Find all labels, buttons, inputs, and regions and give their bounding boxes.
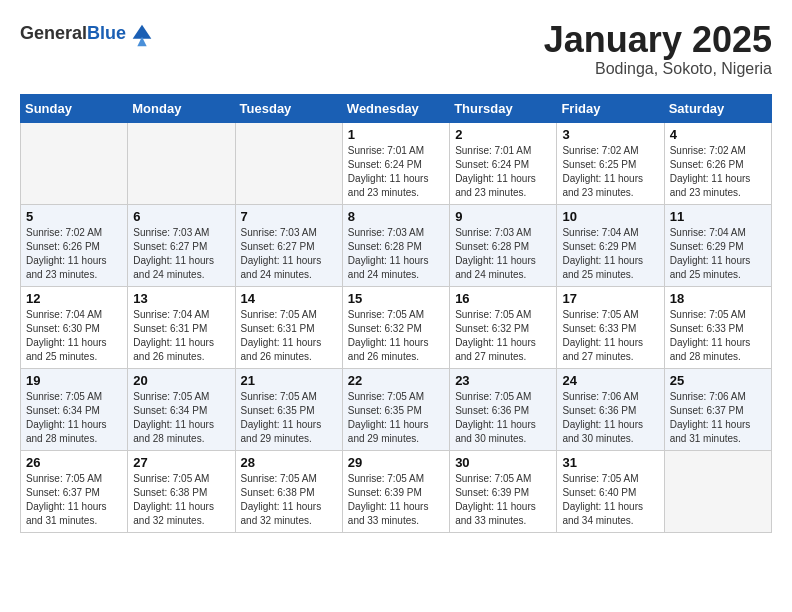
day-number: 17 bbox=[562, 291, 658, 306]
day-info: Sunrise: 7:04 AM Sunset: 6:29 PM Dayligh… bbox=[562, 226, 658, 282]
calendar-day-cell: 12Sunrise: 7:04 AM Sunset: 6:30 PM Dayli… bbox=[21, 286, 128, 368]
day-info: Sunrise: 7:03 AM Sunset: 6:27 PM Dayligh… bbox=[241, 226, 337, 282]
day-number: 18 bbox=[670, 291, 766, 306]
calendar-day-cell bbox=[128, 122, 235, 204]
calendar-day-cell bbox=[235, 122, 342, 204]
day-number: 28 bbox=[241, 455, 337, 470]
day-info: Sunrise: 7:05 AM Sunset: 6:34 PM Dayligh… bbox=[133, 390, 229, 446]
calendar-day-cell: 4Sunrise: 7:02 AM Sunset: 6:26 PM Daylig… bbox=[664, 122, 771, 204]
calendar-day-cell: 26Sunrise: 7:05 AM Sunset: 6:37 PM Dayli… bbox=[21, 450, 128, 532]
calendar-day-cell: 29Sunrise: 7:05 AM Sunset: 6:39 PM Dayli… bbox=[342, 450, 449, 532]
day-info: Sunrise: 7:01 AM Sunset: 6:24 PM Dayligh… bbox=[348, 144, 444, 200]
day-number: 4 bbox=[670, 127, 766, 142]
day-number: 1 bbox=[348, 127, 444, 142]
weekday-header-saturday: Saturday bbox=[664, 94, 771, 122]
day-info: Sunrise: 7:05 AM Sunset: 6:33 PM Dayligh… bbox=[670, 308, 766, 364]
logo-general: GeneralBlue bbox=[20, 24, 126, 44]
calendar-day-cell: 21Sunrise: 7:05 AM Sunset: 6:35 PM Dayli… bbox=[235, 368, 342, 450]
calendar-day-cell: 5Sunrise: 7:02 AM Sunset: 6:26 PM Daylig… bbox=[21, 204, 128, 286]
day-number: 6 bbox=[133, 209, 229, 224]
calendar-day-cell: 16Sunrise: 7:05 AM Sunset: 6:32 PM Dayli… bbox=[450, 286, 557, 368]
calendar-week-row: 12Sunrise: 7:04 AM Sunset: 6:30 PM Dayli… bbox=[21, 286, 772, 368]
calendar-day-cell: 2Sunrise: 7:01 AM Sunset: 6:24 PM Daylig… bbox=[450, 122, 557, 204]
day-number: 7 bbox=[241, 209, 337, 224]
day-info: Sunrise: 7:05 AM Sunset: 6:36 PM Dayligh… bbox=[455, 390, 551, 446]
day-info: Sunrise: 7:01 AM Sunset: 6:24 PM Dayligh… bbox=[455, 144, 551, 200]
calendar-day-cell: 18Sunrise: 7:05 AM Sunset: 6:33 PM Dayli… bbox=[664, 286, 771, 368]
day-info: Sunrise: 7:05 AM Sunset: 6:31 PM Dayligh… bbox=[241, 308, 337, 364]
day-number: 11 bbox=[670, 209, 766, 224]
calendar-day-cell: 20Sunrise: 7:05 AM Sunset: 6:34 PM Dayli… bbox=[128, 368, 235, 450]
day-info: Sunrise: 7:02 AM Sunset: 6:26 PM Dayligh… bbox=[26, 226, 122, 282]
calendar-week-row: 19Sunrise: 7:05 AM Sunset: 6:34 PM Dayli… bbox=[21, 368, 772, 450]
calendar-day-cell: 19Sunrise: 7:05 AM Sunset: 6:34 PM Dayli… bbox=[21, 368, 128, 450]
day-number: 16 bbox=[455, 291, 551, 306]
calendar-day-cell: 9Sunrise: 7:03 AM Sunset: 6:28 PM Daylig… bbox=[450, 204, 557, 286]
day-info: Sunrise: 7:05 AM Sunset: 6:32 PM Dayligh… bbox=[348, 308, 444, 364]
day-number: 27 bbox=[133, 455, 229, 470]
day-info: Sunrise: 7:05 AM Sunset: 6:38 PM Dayligh… bbox=[241, 472, 337, 528]
day-info: Sunrise: 7:05 AM Sunset: 6:39 PM Dayligh… bbox=[455, 472, 551, 528]
calendar-day-cell: 27Sunrise: 7:05 AM Sunset: 6:38 PM Dayli… bbox=[128, 450, 235, 532]
day-info: Sunrise: 7:05 AM Sunset: 6:32 PM Dayligh… bbox=[455, 308, 551, 364]
day-info: Sunrise: 7:02 AM Sunset: 6:26 PM Dayligh… bbox=[670, 144, 766, 200]
calendar-day-cell bbox=[664, 450, 771, 532]
day-number: 5 bbox=[26, 209, 122, 224]
day-number: 26 bbox=[26, 455, 122, 470]
calendar-day-cell: 6Sunrise: 7:03 AM Sunset: 6:27 PM Daylig… bbox=[128, 204, 235, 286]
calendar-day-cell: 3Sunrise: 7:02 AM Sunset: 6:25 PM Daylig… bbox=[557, 122, 664, 204]
day-number: 2 bbox=[455, 127, 551, 142]
day-number: 19 bbox=[26, 373, 122, 388]
day-info: Sunrise: 7:06 AM Sunset: 6:37 PM Dayligh… bbox=[670, 390, 766, 446]
day-number: 14 bbox=[241, 291, 337, 306]
calendar-week-row: 26Sunrise: 7:05 AM Sunset: 6:37 PM Dayli… bbox=[21, 450, 772, 532]
calendar-day-cell: 17Sunrise: 7:05 AM Sunset: 6:33 PM Dayli… bbox=[557, 286, 664, 368]
day-info: Sunrise: 7:05 AM Sunset: 6:35 PM Dayligh… bbox=[348, 390, 444, 446]
calendar-day-cell: 23Sunrise: 7:05 AM Sunset: 6:36 PM Dayli… bbox=[450, 368, 557, 450]
day-number: 13 bbox=[133, 291, 229, 306]
page-header: GeneralBlue January 2025 Bodinga, Sokoto… bbox=[20, 20, 772, 78]
day-info: Sunrise: 7:04 AM Sunset: 6:31 PM Dayligh… bbox=[133, 308, 229, 364]
calendar-day-cell: 31Sunrise: 7:05 AM Sunset: 6:40 PM Dayli… bbox=[557, 450, 664, 532]
day-number: 10 bbox=[562, 209, 658, 224]
calendar-day-cell: 11Sunrise: 7:04 AM Sunset: 6:29 PM Dayli… bbox=[664, 204, 771, 286]
calendar-day-cell: 22Sunrise: 7:05 AM Sunset: 6:35 PM Dayli… bbox=[342, 368, 449, 450]
weekday-header-friday: Friday bbox=[557, 94, 664, 122]
calendar-day-cell: 13Sunrise: 7:04 AM Sunset: 6:31 PM Dayli… bbox=[128, 286, 235, 368]
calendar-day-cell: 14Sunrise: 7:05 AM Sunset: 6:31 PM Dayli… bbox=[235, 286, 342, 368]
calendar-day-cell: 1Sunrise: 7:01 AM Sunset: 6:24 PM Daylig… bbox=[342, 122, 449, 204]
day-info: Sunrise: 7:04 AM Sunset: 6:29 PM Dayligh… bbox=[670, 226, 766, 282]
day-info: Sunrise: 7:05 AM Sunset: 6:39 PM Dayligh… bbox=[348, 472, 444, 528]
day-info: Sunrise: 7:03 AM Sunset: 6:27 PM Dayligh… bbox=[133, 226, 229, 282]
calendar-week-row: 1Sunrise: 7:01 AM Sunset: 6:24 PM Daylig… bbox=[21, 122, 772, 204]
calendar-day-cell: 25Sunrise: 7:06 AM Sunset: 6:37 PM Dayli… bbox=[664, 368, 771, 450]
day-number: 21 bbox=[241, 373, 337, 388]
calendar-day-cell: 24Sunrise: 7:06 AM Sunset: 6:36 PM Dayli… bbox=[557, 368, 664, 450]
day-info: Sunrise: 7:06 AM Sunset: 6:36 PM Dayligh… bbox=[562, 390, 658, 446]
day-info: Sunrise: 7:05 AM Sunset: 6:40 PM Dayligh… bbox=[562, 472, 658, 528]
day-info: Sunrise: 7:05 AM Sunset: 6:34 PM Dayligh… bbox=[26, 390, 122, 446]
day-number: 20 bbox=[133, 373, 229, 388]
day-number: 23 bbox=[455, 373, 551, 388]
day-info: Sunrise: 7:04 AM Sunset: 6:30 PM Dayligh… bbox=[26, 308, 122, 364]
day-number: 25 bbox=[670, 373, 766, 388]
calendar-day-cell: 10Sunrise: 7:04 AM Sunset: 6:29 PM Dayli… bbox=[557, 204, 664, 286]
calendar-table: SundayMondayTuesdayWednesdayThursdayFrid… bbox=[20, 94, 772, 533]
day-info: Sunrise: 7:02 AM Sunset: 6:25 PM Dayligh… bbox=[562, 144, 658, 200]
weekday-header-tuesday: Tuesday bbox=[235, 94, 342, 122]
day-info: Sunrise: 7:03 AM Sunset: 6:28 PM Dayligh… bbox=[455, 226, 551, 282]
calendar-day-cell bbox=[21, 122, 128, 204]
day-number: 22 bbox=[348, 373, 444, 388]
calendar-day-cell: 30Sunrise: 7:05 AM Sunset: 6:39 PM Dayli… bbox=[450, 450, 557, 532]
day-number: 24 bbox=[562, 373, 658, 388]
day-number: 12 bbox=[26, 291, 122, 306]
logo-icon bbox=[128, 20, 156, 48]
title-section: January 2025 Bodinga, Sokoto, Nigeria bbox=[544, 20, 772, 78]
month-title: January 2025 bbox=[544, 20, 772, 60]
day-number: 15 bbox=[348, 291, 444, 306]
calendar-day-cell: 15Sunrise: 7:05 AM Sunset: 6:32 PM Dayli… bbox=[342, 286, 449, 368]
day-info: Sunrise: 7:05 AM Sunset: 6:35 PM Dayligh… bbox=[241, 390, 337, 446]
day-number: 29 bbox=[348, 455, 444, 470]
day-info: Sunrise: 7:03 AM Sunset: 6:28 PM Dayligh… bbox=[348, 226, 444, 282]
day-number: 9 bbox=[455, 209, 551, 224]
